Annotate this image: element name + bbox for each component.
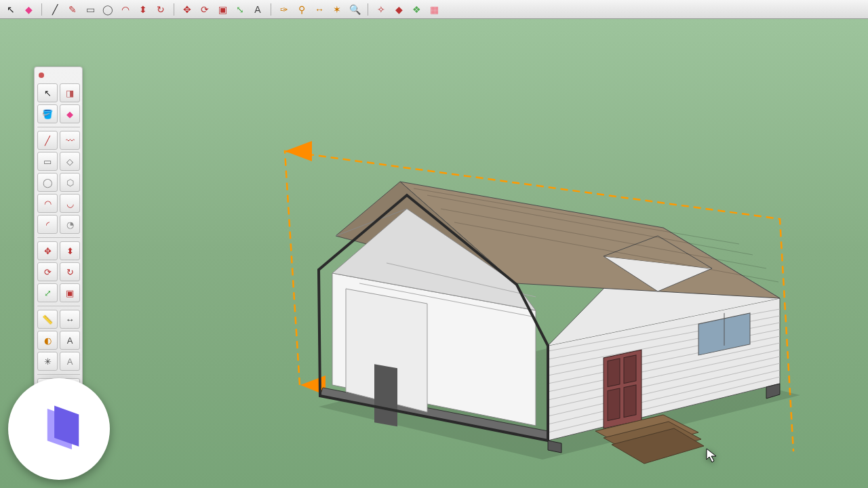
freehand[interactable]: 〰 (60, 131, 80, 150)
brand-badge (8, 378, 110, 480)
top-toolbar: ↖◆╱✎▭◯◠⬍↻✥⟳▣⤡A✑⚲↔✶🔍✧◆❖▦ (0, 0, 868, 19)
cursor-icon (707, 449, 716, 462)
axes-tool[interactable]: ✶ (330, 3, 344, 16)
two-point-arc[interactable]: ◡ (60, 194, 80, 213)
pushpull-tool[interactable]: ⬍ (136, 3, 150, 16)
eraser-tool[interactable]: ◆ (22, 3, 35, 16)
model-svg (224, 94, 821, 473)
toolbar-separator (174, 3, 174, 16)
dimension-tool[interactable]: ↔ (313, 3, 326, 16)
offset-tool[interactable]: ▣ (216, 3, 229, 16)
move[interactable]: ✥ (37, 241, 58, 260)
rotate[interactable]: ⟳ (37, 262, 58, 281)
rotated-rect[interactable]: ◇ (60, 152, 80, 171)
make-component[interactable]: ◨ (60, 83, 80, 102)
offset[interactable]: ▣ (60, 283, 80, 302)
scale-tool[interactable]: ⤡ (233, 3, 247, 16)
zoom-tool[interactable]: 🔍 (348, 3, 361, 16)
extensions-tool[interactable]: ▦ (427, 3, 441, 16)
eraser[interactable]: ◆ (60, 104, 80, 123)
pluralsight-logo-icon (30, 400, 88, 458)
house-model[interactable] (319, 182, 780, 464)
pushpull[interactable]: ⬍ (60, 241, 80, 260)
scale[interactable]: ⤢ (37, 283, 58, 302)
svg-rect-6 (624, 355, 636, 384)
palette-separator (37, 306, 80, 306)
svg-marker-0 (285, 141, 312, 161)
line-tool[interactable]: ╱ (48, 3, 62, 16)
followme-tool[interactable]: ↻ (154, 3, 167, 16)
toolbar-separator (41, 3, 42, 16)
move-tool[interactable]: ✥ (180, 3, 194, 16)
viewport-3d[interactable]: ↖◨🪣◆╱〰▭◇◯⬡◠◡◜◔✥⬍⟳↻⤢▣📏↔◐A✳A◧⥁✋🔍⊡⊠⏴🚶 (0, 19, 868, 488)
palette-titlebar[interactable] (37, 68, 79, 79)
zoom-extents-tool[interactable]: ✧ (374, 3, 388, 16)
tape[interactable]: 📏 (37, 310, 58, 329)
tape-tool[interactable]: ⚲ (295, 3, 309, 16)
toolbar-separator (368, 3, 368, 16)
text-tool[interactable]: A (251, 3, 264, 16)
dimension[interactable]: ↔ (60, 310, 80, 329)
svg-rect-7 (608, 388, 620, 421)
interior-door-opening (374, 364, 397, 426)
protractor[interactable]: ◐ (37, 331, 58, 350)
palette-separator (37, 374, 80, 375)
line[interactable]: ╱ (37, 131, 58, 150)
polygon[interactable]: ⬡ (60, 173, 80, 192)
freehand-tool[interactable]: ✎ (66, 3, 79, 16)
followme[interactable]: ↻ (60, 262, 80, 281)
toolbar-separator (271, 3, 271, 16)
circle[interactable]: ◯ (37, 173, 58, 192)
svg-rect-5 (608, 359, 620, 387)
pie[interactable]: ◔ (60, 215, 80, 234)
model-stage (224, 94, 821, 473)
select-tool[interactable]: ↖ (4, 3, 18, 16)
paint-bucket[interactable]: 🪣 (37, 104, 58, 123)
three-d-text[interactable]: A (60, 352, 80, 371)
three-point-arc[interactable]: ◜ (37, 215, 58, 234)
warehouse-tool[interactable]: ◆ (392, 3, 406, 16)
arc[interactable]: ◠ (37, 194, 58, 213)
svg-rect-8 (624, 385, 636, 418)
palette-separator (37, 127, 80, 127)
paint-tool[interactable]: ✑ (277, 3, 291, 16)
front-door (604, 350, 642, 428)
shapes-tool[interactable]: ▭ (83, 3, 97, 16)
circle-tool[interactable]: ◯ (101, 3, 115, 16)
rectangle[interactable]: ▭ (37, 152, 58, 171)
components-tool[interactable]: ❖ (410, 3, 423, 16)
text[interactable]: A (60, 331, 80, 350)
select-tool[interactable]: ↖ (37, 83, 58, 102)
rotate-tool[interactable]: ⟳ (198, 3, 212, 16)
arc-tool[interactable]: ◠ (119, 3, 132, 16)
palette-separator (37, 237, 80, 238)
axes[interactable]: ✳ (37, 352, 58, 371)
